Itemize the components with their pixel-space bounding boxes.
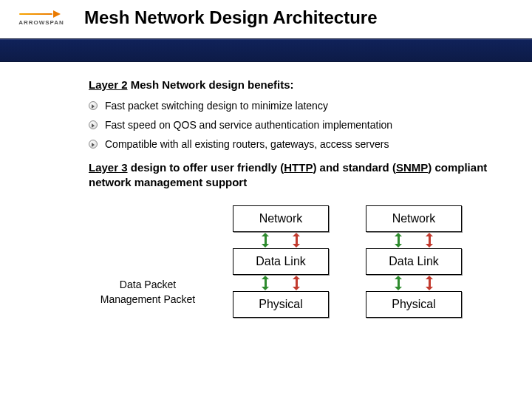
arrow-up-down-icon (425, 276, 434, 290)
side-label-data: Data Packet (89, 278, 207, 293)
content: Layer 2 Mesh Network design benefits: Fa… (0, 62, 532, 318)
box-datalink: Data Link (366, 248, 462, 275)
arrow-up-down-icon (292, 233, 301, 247)
bullet-text: Fast speed on QOS and service authentica… (105, 119, 392, 131)
diagram: Data Packet Management Packet Network Da… (89, 205, 502, 318)
section2-ul2: HTTP (284, 161, 313, 174)
section1-underline: Layer 2 (89, 78, 128, 91)
section2-paragraph: Layer 3 design to offer user friendly (H… (89, 160, 502, 191)
section2-ul1: Layer 3 (89, 161, 128, 174)
bullet-icon (89, 101, 98, 110)
list-item: Compatible with all existing routers, ga… (89, 138, 502, 150)
arrow-up-down-icon (394, 233, 403, 247)
connector (366, 232, 462, 248)
header: ARROWSPAN Mesh Network Design Architectu… (0, 0, 532, 28)
title-bar (0, 38, 532, 62)
bullet-icon (89, 120, 98, 129)
section2-t2: ) and standard ( (313, 161, 396, 174)
side-labels: Data Packet Management Packet (89, 278, 214, 317)
arrow-up-down-icon (292, 276, 301, 290)
arrow-up-down-icon (261, 276, 270, 290)
logo-text: ARROWSPAN (18, 19, 64, 26)
section1-heading: Layer 2 Mesh Network design benefits: (89, 78, 502, 91)
list-item: Fast packet switching design to minimize… (89, 100, 502, 112)
box-physical: Physical (366, 291, 462, 318)
box-physical: Physical (233, 291, 329, 318)
section2-ul3: SNMP (396, 161, 428, 174)
bullet-text: Fast packet switching design to minimize… (105, 100, 328, 112)
page-title: Mesh Network Design Architecture (74, 7, 378, 28)
connector (366, 275, 462, 291)
section2-t1: design to offer user friendly ( (128, 161, 284, 174)
arrow-up-down-icon (261, 233, 270, 247)
side-label-mgmt: Management Packet (89, 293, 207, 307)
arrow-up-down-icon (425, 233, 434, 247)
bullet-icon (89, 140, 98, 149)
box-network: Network (233, 205, 329, 232)
box-datalink: Data Link (233, 248, 329, 275)
connector (233, 232, 329, 248)
logo: ARROWSPAN (0, 10, 74, 26)
list-item: Fast speed on QOS and service authentica… (89, 119, 502, 131)
logo-arrow-icon (19, 10, 64, 18)
section1-rest: Mesh Network design benefits: (128, 78, 294, 91)
connector (233, 275, 329, 291)
stack-left: Network Data Link Physical (214, 205, 347, 318)
bullet-list: Fast packet switching design to minimize… (89, 100, 502, 150)
arrow-up-down-icon (394, 276, 403, 290)
stack-right: Network Data Link Physical (347, 205, 480, 318)
bullet-text: Compatible with all existing routers, ga… (105, 138, 389, 150)
box-network: Network (366, 205, 462, 232)
